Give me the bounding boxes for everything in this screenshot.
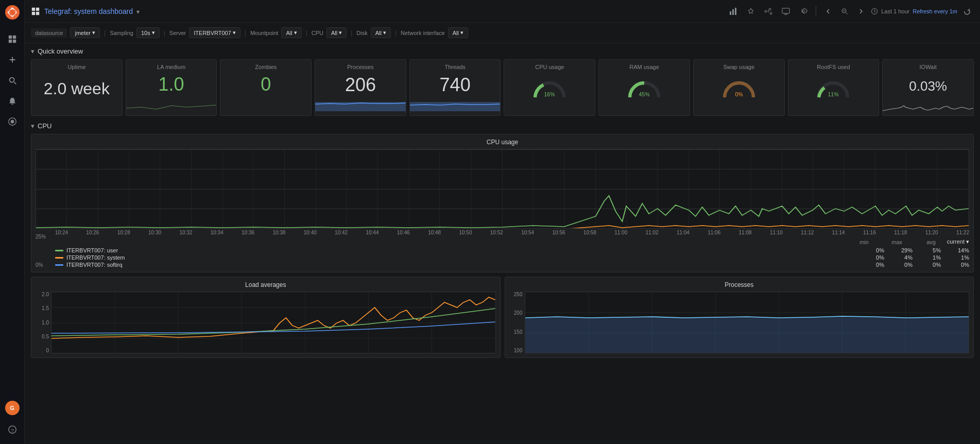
processes-value: 206 bbox=[345, 74, 376, 96]
grid-icon bbox=[31, 7, 40, 16]
server-select[interactable]: ITERBVRT007 ▾ bbox=[189, 27, 240, 38]
softirq-min: 0% bbox=[866, 262, 884, 268]
load-averages-chart: Load averages 2.0 1.5 1.0 0.5 0 bbox=[31, 277, 501, 358]
legend-left-system: ITERBVRT007: system bbox=[55, 254, 125, 261]
filter-sep3: | bbox=[244, 29, 247, 37]
ram-usage-card: RAM usage 45% bbox=[598, 59, 690, 116]
iowait-card: IOWait 0.03% bbox=[882, 59, 974, 116]
cpu-all-select[interactable]: All ▾ bbox=[326, 27, 347, 38]
cpu-chart-area: 100% 75% 50% 25% 0% bbox=[36, 149, 969, 268]
topbar-left: Telegraf: system dashboard ▾ bbox=[31, 7, 140, 16]
sidebar-item-add[interactable] bbox=[3, 50, 22, 69]
processes-chart-title: Processes bbox=[509, 281, 970, 288]
chevron-left-btn[interactable] bbox=[821, 6, 835, 17]
content-area: ▾ Quick overview Uptime 2.0 week LA medi… bbox=[25, 43, 980, 444]
svg-rect-14 bbox=[732, 9, 734, 15]
iowait-value: 0.03% bbox=[909, 78, 947, 94]
legend-min-header: min bbox=[846, 239, 869, 245]
mountpoint-all-select[interactable]: All ▾ bbox=[281, 27, 301, 38]
share-btn[interactable] bbox=[761, 5, 776, 18]
softirq-legend-line bbox=[55, 264, 63, 266]
softirq-max: 0% bbox=[895, 262, 913, 268]
svg-rect-4 bbox=[12, 40, 15, 43]
legend-header: min max avg current ▾ bbox=[55, 238, 969, 245]
system-max: 4% bbox=[895, 254, 913, 261]
jmeter-select[interactable]: jmeter ▾ bbox=[70, 27, 100, 38]
star-btn[interactable] bbox=[744, 5, 758, 18]
svg-rect-9 bbox=[32, 7, 35, 10]
settings-btn[interactable] bbox=[796, 5, 811, 18]
threads-sparkline bbox=[410, 98, 501, 113]
cpu-section-header[interactable]: ▾ CPU bbox=[31, 122, 974, 130]
threads-value: 740 bbox=[440, 74, 471, 96]
svg-rect-16 bbox=[782, 8, 789, 13]
rootfs-gauge: 11% bbox=[813, 74, 854, 111]
svg-rect-20 bbox=[410, 102, 501, 111]
sidebar-item-dashboards[interactable] bbox=[3, 30, 22, 48]
quick-overview-chevron: ▾ bbox=[31, 47, 35, 55]
la-sparkline bbox=[126, 98, 217, 113]
topbar: Telegraf: system dashboard ▾ bbox=[25, 0, 980, 23]
filterbar: datasource jmeter ▾ | Sampling 10s ▾ | S… bbox=[25, 23, 980, 43]
svg-rect-11 bbox=[32, 11, 35, 14]
zoom-out-btn[interactable] bbox=[838, 6, 851, 17]
svg-rect-13 bbox=[730, 11, 731, 15]
quick-overview-title: Quick overview bbox=[38, 47, 83, 55]
svg-rect-1 bbox=[8, 36, 11, 39]
user-stats: 0% 29% 5% 14% bbox=[866, 247, 969, 253]
sidebar-item-help[interactable]: ? bbox=[3, 420, 22, 439]
chevron-right-btn[interactable] bbox=[854, 6, 868, 17]
processes-yaxis: 250 200 150 100 bbox=[509, 292, 525, 353]
processes-card: Processes 206 bbox=[315, 59, 406, 116]
time-info: Last 1 hour Refresh every 1m bbox=[871, 6, 974, 17]
svg-point-6 bbox=[11, 121, 13, 123]
refresh-btn[interactable] bbox=[960, 6, 974, 17]
sampling-label: Sampling bbox=[110, 30, 133, 36]
sidebar-item-settings[interactable] bbox=[3, 112, 22, 131]
app-logo[interactable] bbox=[4, 4, 21, 21]
network-all-select[interactable]: All ▾ bbox=[448, 27, 468, 38]
zombies-value: 0 bbox=[261, 74, 271, 95]
sidebar-item-explore[interactable] bbox=[3, 71, 22, 90]
legend-left-softirq: ITERBVRT007: softirq bbox=[55, 262, 123, 268]
disk-all-select[interactable]: All ▾ bbox=[371, 27, 391, 38]
refresh-label[interactable]: Refresh every 1m bbox=[913, 8, 957, 14]
quick-overview-section-header[interactable]: ▾ Quick overview bbox=[31, 47, 974, 55]
zombies-card: Zombies 0 bbox=[220, 59, 312, 116]
rootfs-title: RootFS used bbox=[817, 64, 850, 70]
svg-text:45%: 45% bbox=[639, 92, 650, 97]
sidebar-item-alerting[interactable] bbox=[3, 92, 22, 110]
sampling-select[interactable]: 10s ▾ bbox=[136, 27, 160, 38]
swap-gauge: 0% bbox=[718, 74, 760, 111]
zombies-title: Zombies bbox=[255, 64, 277, 70]
legend-left-user: ITERBVRT007: user bbox=[55, 247, 118, 253]
cpu-usage-card: CPU usage 16% bbox=[504, 59, 595, 116]
server-label: Server bbox=[169, 30, 186, 36]
user-avg: 5% bbox=[923, 247, 941, 253]
user-min: 0% bbox=[866, 247, 884, 253]
load-yaxis: 2.0 1.5 1.0 0.5 0 bbox=[36, 292, 51, 353]
user-legend-line bbox=[55, 250, 63, 251]
system-legend-line bbox=[55, 257, 63, 259]
svg-rect-3 bbox=[8, 40, 11, 43]
cpu-filter-label: CPU bbox=[312, 30, 323, 36]
la-medium-value: 1.0 bbox=[159, 74, 184, 95]
system-series-name: ITERBVRT007: system bbox=[66, 254, 125, 261]
iowait-sparkline bbox=[883, 98, 973, 113]
title-chevron[interactable]: ▾ bbox=[136, 8, 140, 15]
legend-row-user: ITERBVRT007: user 0% 29% 5% 14% bbox=[55, 247, 969, 253]
filter-sep4: | bbox=[305, 29, 308, 37]
system-current: 1% bbox=[951, 254, 969, 261]
ram-usage-title: RAM usage bbox=[629, 64, 659, 70]
filter-sep1: | bbox=[103, 29, 107, 37]
mountpoint-label: Mountpoint bbox=[250, 30, 278, 36]
tv-btn[interactable] bbox=[779, 5, 793, 18]
bar-chart-btn[interactable] bbox=[726, 5, 741, 18]
legend-max-header: max bbox=[879, 239, 902, 245]
main-content: Telegraf: system dashboard ▾ bbox=[25, 0, 980, 444]
user-series-name: ITERBVRT007: user bbox=[66, 247, 118, 253]
swap-usage-title: Swap usage bbox=[723, 64, 754, 70]
cpu-chart-title: CPU usage bbox=[36, 139, 969, 146]
bottom-charts-row: Load averages 2.0 1.5 1.0 0.5 0 bbox=[31, 277, 974, 362]
sidebar-item-user-avatar[interactable]: G bbox=[5, 401, 20, 415]
